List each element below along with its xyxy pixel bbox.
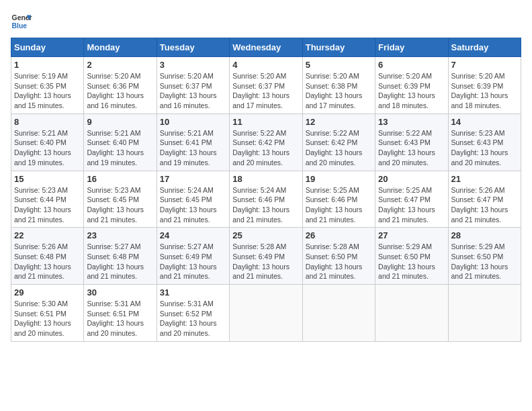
day-number: 29 — [14, 287, 81, 298]
calendar-cell: 24Sunrise: 5:27 AMSunset: 6:49 PMDayligh… — [157, 228, 229, 285]
day-number: 26 — [306, 230, 372, 240]
day-number: 11 — [232, 117, 299, 127]
day-number: 6 — [378, 60, 445, 70]
calendar-cell: 26Sunrise: 5:28 AMSunset: 6:50 PMDayligh… — [302, 228, 375, 285]
week-row-3: 22Sunrise: 5:26 AMSunset: 6:48 PMDayligh… — [11, 228, 521, 285]
calendar-cell: 19Sunrise: 5:25 AMSunset: 6:46 PMDayligh… — [302, 171, 375, 228]
day-info: Sunrise: 5:27 AMSunset: 6:48 PMDaylight:… — [87, 242, 153, 281]
day-info: Sunrise: 5:31 AMSunset: 6:51 PMDaylight:… — [87, 299, 153, 338]
day-info: Sunrise: 5:29 AMSunset: 6:50 PMDaylight:… — [451, 242, 518, 281]
day-info: Sunrise: 5:20 AMSunset: 6:39 PMDaylight:… — [451, 71, 518, 111]
day-number: 5 — [306, 60, 372, 70]
day-number: 20 — [378, 174, 445, 184]
weekday-friday: Friday — [375, 38, 448, 57]
logo-icon: General Blue — [11, 11, 32, 32]
calendar-cell: 29Sunrise: 5:30 AMSunset: 6:51 PMDayligh… — [11, 285, 84, 342]
week-row-4: 29Sunrise: 5:30 AMSunset: 6:51 PMDayligh… — [11, 285, 521, 342]
day-number: 2 — [87, 60, 153, 70]
week-row-2: 15Sunrise: 5:23 AMSunset: 6:44 PMDayligh… — [11, 171, 521, 228]
calendar-cell: 7Sunrise: 5:20 AMSunset: 6:39 PMDaylight… — [448, 57, 521, 114]
day-number: 24 — [160, 230, 226, 240]
calendar-cell: 2Sunrise: 5:20 AMSunset: 6:36 PMDaylight… — [84, 57, 157, 114]
calendar-cell: 12Sunrise: 5:22 AMSunset: 6:42 PMDayligh… — [302, 113, 375, 171]
day-info: Sunrise: 5:24 AMSunset: 6:46 PMDaylight:… — [232, 185, 299, 225]
calendar-cell: 23Sunrise: 5:27 AMSunset: 6:48 PMDayligh… — [84, 228, 157, 285]
calendar-cell — [230, 285, 302, 342]
calendar-cell: 15Sunrise: 5:23 AMSunset: 6:44 PMDayligh… — [11, 171, 84, 228]
day-number: 23 — [87, 230, 153, 240]
calendar-cell: 31Sunrise: 5:31 AMSunset: 6:52 PMDayligh… — [157, 285, 229, 342]
weekday-wednesday: Wednesday — [230, 38, 302, 57]
day-number: 25 — [232, 230, 299, 240]
calendar-cell: 14Sunrise: 5:23 AMSunset: 6:43 PMDayligh… — [448, 113, 521, 171]
weekday-thursday: Thursday — [302, 38, 375, 57]
day-number: 17 — [160, 174, 226, 184]
day-info: Sunrise: 5:20 AMSunset: 6:37 PMDaylight:… — [160, 71, 226, 111]
logo: General Blue — [11, 11, 32, 32]
day-info: Sunrise: 5:20 AMSunset: 6:37 PMDaylight:… — [232, 71, 299, 111]
day-number: 22 — [14, 230, 81, 240]
day-info: Sunrise: 5:28 AMSunset: 6:49 PMDaylight:… — [232, 242, 299, 281]
day-info: Sunrise: 5:20 AMSunset: 6:38 PMDaylight:… — [306, 71, 372, 111]
day-info: Sunrise: 5:25 AMSunset: 6:47 PMDaylight:… — [378, 185, 445, 225]
calendar-cell: 4Sunrise: 5:20 AMSunset: 6:37 PMDaylight… — [230, 57, 302, 114]
calendar: SundayMondayTuesdayWednesdayThursdayFrid… — [11, 38, 521, 342]
day-number: 10 — [160, 117, 226, 127]
day-number: 30 — [87, 287, 153, 298]
day-info: Sunrise: 5:20 AMSunset: 6:36 PMDaylight:… — [87, 71, 153, 111]
calendar-cell: 22Sunrise: 5:26 AMSunset: 6:48 PMDayligh… — [11, 228, 84, 285]
weekday-header-row: SundayMondayTuesdayWednesdayThursdayFrid… — [11, 38, 521, 57]
calendar-cell — [302, 285, 375, 342]
day-info: Sunrise: 5:23 AMSunset: 6:44 PMDaylight:… — [14, 185, 81, 225]
calendar-cell — [448, 285, 521, 342]
day-number: 3 — [160, 60, 226, 70]
calendar-cell: 10Sunrise: 5:21 AMSunset: 6:41 PMDayligh… — [157, 113, 229, 171]
svg-text:Blue: Blue — [12, 22, 28, 30]
day-number: 13 — [378, 117, 445, 127]
day-info: Sunrise: 5:27 AMSunset: 6:49 PMDaylight:… — [160, 242, 226, 281]
day-number: 14 — [451, 117, 518, 127]
day-number: 9 — [87, 117, 153, 127]
calendar-cell: 28Sunrise: 5:29 AMSunset: 6:50 PMDayligh… — [448, 228, 521, 285]
calendar-cell: 18Sunrise: 5:24 AMSunset: 6:46 PMDayligh… — [230, 171, 302, 228]
day-info: Sunrise: 5:24 AMSunset: 6:45 PMDaylight:… — [160, 185, 226, 225]
day-info: Sunrise: 5:19 AMSunset: 6:35 PMDaylight:… — [14, 71, 81, 111]
day-number: 19 — [306, 174, 372, 184]
day-info: Sunrise: 5:21 AMSunset: 6:41 PMDaylight:… — [160, 128, 226, 168]
weekday-monday: Monday — [84, 38, 157, 57]
day-number: 27 — [378, 230, 445, 240]
day-number: 28 — [451, 230, 518, 240]
header: General Blue — [11, 11, 521, 32]
calendar-cell: 1Sunrise: 5:19 AMSunset: 6:35 PMDaylight… — [11, 57, 84, 114]
day-info: Sunrise: 5:21 AMSunset: 6:40 PMDaylight:… — [87, 128, 153, 168]
day-number: 1 — [14, 60, 81, 70]
calendar-cell: 5Sunrise: 5:20 AMSunset: 6:38 PMDaylight… — [302, 57, 375, 114]
day-number: 31 — [160, 287, 226, 298]
calendar-cell: 17Sunrise: 5:24 AMSunset: 6:45 PMDayligh… — [157, 171, 229, 228]
day-number: 18 — [232, 174, 299, 184]
calendar-cell: 8Sunrise: 5:21 AMSunset: 6:40 PMDaylight… — [11, 113, 84, 171]
day-number: 16 — [87, 174, 153, 184]
calendar-cell: 25Sunrise: 5:28 AMSunset: 6:49 PMDayligh… — [230, 228, 302, 285]
day-info: Sunrise: 5:26 AMSunset: 6:47 PMDaylight:… — [451, 185, 518, 225]
day-info: Sunrise: 5:23 AMSunset: 6:43 PMDaylight:… — [451, 128, 518, 168]
day-info: Sunrise: 5:31 AMSunset: 6:52 PMDaylight:… — [160, 299, 226, 338]
calendar-cell — [375, 285, 448, 342]
calendar-cell: 9Sunrise: 5:21 AMSunset: 6:40 PMDaylight… — [84, 113, 157, 171]
day-info: Sunrise: 5:20 AMSunset: 6:39 PMDaylight:… — [378, 71, 445, 111]
week-row-0: 1Sunrise: 5:19 AMSunset: 6:35 PMDaylight… — [11, 57, 521, 114]
calendar-cell: 27Sunrise: 5:29 AMSunset: 6:50 PMDayligh… — [375, 228, 448, 285]
day-info: Sunrise: 5:22 AMSunset: 6:42 PMDaylight:… — [232, 128, 299, 168]
day-number: 7 — [451, 60, 518, 70]
day-number: 21 — [451, 174, 518, 184]
calendar-cell: 13Sunrise: 5:22 AMSunset: 6:43 PMDayligh… — [375, 113, 448, 171]
day-info: Sunrise: 5:28 AMSunset: 6:50 PMDaylight:… — [306, 242, 372, 281]
day-info: Sunrise: 5:21 AMSunset: 6:40 PMDaylight:… — [14, 128, 81, 168]
weekday-sunday: Sunday — [11, 38, 84, 57]
day-number: 8 — [14, 117, 81, 127]
weekday-saturday: Saturday — [448, 38, 521, 57]
calendar-cell: 21Sunrise: 5:26 AMSunset: 6:47 PMDayligh… — [448, 171, 521, 228]
day-number: 15 — [14, 174, 81, 184]
day-info: Sunrise: 5:25 AMSunset: 6:46 PMDaylight:… — [306, 185, 372, 225]
calendar-cell: 3Sunrise: 5:20 AMSunset: 6:37 PMDaylight… — [157, 57, 229, 114]
